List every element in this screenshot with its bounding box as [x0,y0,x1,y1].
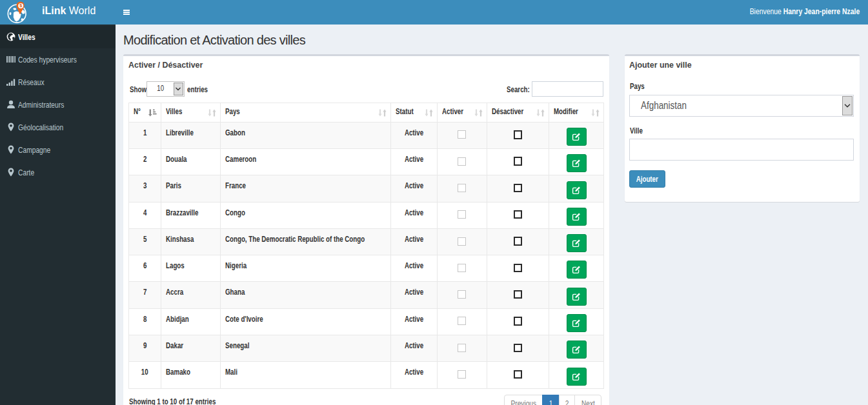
svg-text:$: $ [19,3,22,8]
